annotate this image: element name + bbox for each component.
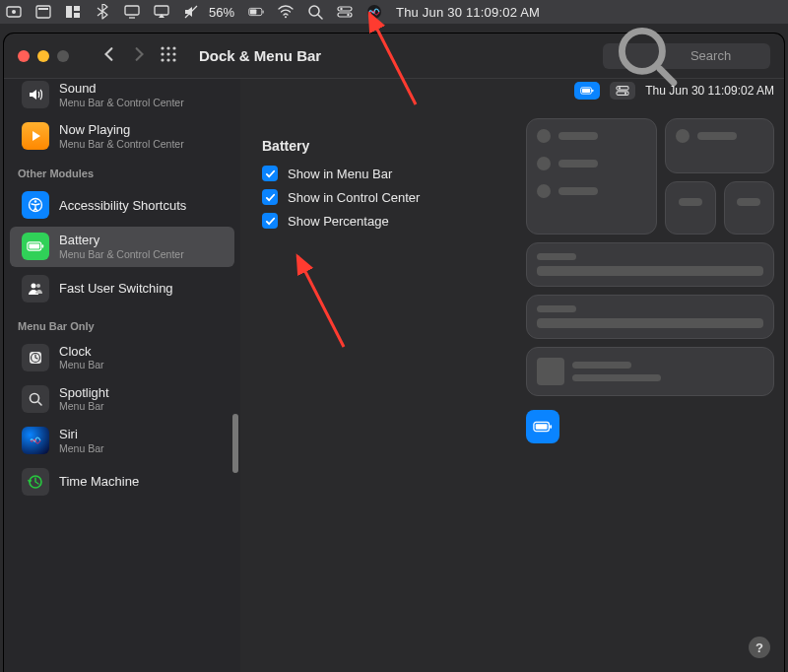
close-button[interactable] bbox=[18, 50, 30, 62]
forward-button[interactable] bbox=[132, 47, 146, 64]
sidebar-item-clock[interactable]: ClockMenu Bar bbox=[10, 338, 234, 377]
show-all-button[interactable] bbox=[160, 45, 177, 66]
window-toolbar: Dock & Menu Bar bbox=[4, 34, 784, 79]
minimize-button[interactable] bbox=[37, 50, 49, 62]
cc-tile bbox=[526, 347, 774, 396]
siri-icon[interactable] bbox=[366, 4, 382, 20]
checkbox-icon bbox=[262, 166, 278, 181]
svg-point-24 bbox=[172, 46, 175, 49]
content-pane: Thu Jun 30 11:09:02 AM Battery Show in M… bbox=[240, 79, 784, 672]
battery-badge-icon bbox=[526, 410, 559, 443]
control-center-preview bbox=[526, 118, 774, 443]
now-playing-icon bbox=[22, 122, 49, 150]
svg-rect-12 bbox=[250, 9, 257, 14]
menubar-clock[interactable]: Thu Jun 30 11:09:02 AM bbox=[396, 5, 540, 20]
menubar-preview: Thu Jun 30 11:09:02 AM bbox=[564, 79, 784, 104]
keyboard-input-icon[interactable] bbox=[6, 4, 22, 20]
preview-clock: Thu Jun 30 11:09:02 AM bbox=[645, 84, 774, 98]
back-button[interactable] bbox=[102, 47, 116, 64]
cc-tile bbox=[665, 118, 774, 173]
sidebar-item-accessibility[interactable]: Accessibility Shortcuts bbox=[10, 185, 234, 225]
svg-rect-9 bbox=[155, 6, 168, 15]
svg-rect-2 bbox=[36, 6, 50, 18]
accessibility-icon bbox=[22, 191, 49, 219]
cc-tile bbox=[724, 181, 775, 235]
spotlight-icon[interactable] bbox=[307, 4, 323, 20]
svg-point-1 bbox=[12, 10, 16, 14]
spotlight-sidebar-icon bbox=[22, 385, 49, 413]
svg-rect-7 bbox=[125, 6, 139, 15]
sidebar-section-other: Other Modules bbox=[4, 158, 240, 183]
rectangle-icon[interactable] bbox=[65, 4, 81, 20]
svg-point-42 bbox=[31, 393, 39, 402]
display-icon[interactable] bbox=[124, 4, 140, 20]
cc-tile bbox=[526, 242, 774, 287]
battery-sidebar-icon bbox=[22, 233, 49, 260]
window-controls bbox=[18, 50, 69, 62]
svg-rect-3 bbox=[38, 8, 48, 10]
svg-rect-54 bbox=[550, 425, 552, 429]
svg-point-38 bbox=[32, 283, 36, 288]
airplay-icon[interactable] bbox=[154, 4, 169, 20]
sidebar-item-battery[interactable]: BatteryMenu Bar & Control Center bbox=[10, 227, 234, 266]
sidebar-item-fast-user-switching[interactable]: Fast User Switching bbox=[10, 269, 234, 308]
svg-line-16 bbox=[318, 15, 322, 19]
bluetooth-icon[interactable] bbox=[95, 4, 110, 20]
window-title: Dock & Menu Bar bbox=[199, 47, 321, 64]
svg-rect-17 bbox=[338, 7, 352, 11]
svg-point-25 bbox=[161, 52, 164, 55]
svg-point-29 bbox=[166, 58, 169, 61]
sidebar-item-sound[interactable]: SoundMenu Bar & Control Center bbox=[10, 79, 234, 114]
svg-point-27 bbox=[172, 52, 175, 55]
svg-point-14 bbox=[285, 16, 287, 18]
checkbox-label: Show in Menu Bar bbox=[288, 167, 392, 181]
svg-point-51 bbox=[624, 93, 626, 95]
search-input[interactable] bbox=[689, 47, 762, 64]
zoom-button[interactable] bbox=[57, 50, 69, 62]
svg-rect-48 bbox=[617, 87, 628, 91]
system-preferences-window: Dock & Menu Bar SoundMenu Bar & Control … bbox=[4, 34, 784, 672]
checkbox-label: Show in Control Center bbox=[288, 190, 420, 205]
svg-rect-36 bbox=[29, 244, 39, 249]
svg-point-28 bbox=[161, 58, 164, 61]
preview-battery-chip bbox=[574, 82, 600, 100]
cc-tile bbox=[526, 118, 657, 235]
svg-point-39 bbox=[36, 284, 40, 288]
svg-rect-19 bbox=[338, 13, 352, 17]
sidebar-scrollbar[interactable] bbox=[232, 414, 238, 473]
time-machine-icon bbox=[22, 468, 49, 496]
help-button[interactable]: ? bbox=[749, 637, 770, 658]
svg-point-20 bbox=[347, 14, 349, 16]
svg-rect-53 bbox=[536, 424, 548, 429]
control-center-icon[interactable] bbox=[337, 4, 353, 20]
svg-rect-46 bbox=[582, 89, 590, 93]
svg-point-34 bbox=[34, 201, 37, 204]
volume-muted-icon[interactable] bbox=[183, 4, 199, 20]
checkbox-label: Show Percentage bbox=[288, 214, 389, 229]
sidebar-section-menubar-only: Menu Bar Only bbox=[4, 310, 240, 336]
svg-rect-50 bbox=[617, 92, 628, 96]
sidebar-item-now-playing[interactable]: Now PlayingMenu Bar & Control Center bbox=[10, 116, 234, 156]
svg-line-43 bbox=[38, 402, 41, 405]
svg-point-23 bbox=[166, 46, 169, 49]
svg-rect-13 bbox=[263, 11, 264, 14]
cc-tile bbox=[665, 181, 716, 235]
checkbox-icon bbox=[262, 189, 278, 205]
svg-point-30 bbox=[172, 58, 175, 61]
window-tile-icon[interactable] bbox=[35, 4, 51, 20]
sidebar-item-siri[interactable]: SiriMenu Bar bbox=[10, 421, 234, 460]
sound-icon bbox=[22, 81, 49, 108]
cc-tile bbox=[526, 295, 774, 339]
clock-icon bbox=[22, 344, 49, 371]
svg-point-22 bbox=[161, 46, 164, 49]
sidebar-item-spotlight[interactable]: SpotlightMenu Bar bbox=[10, 379, 234, 419]
sidebar: SoundMenu Bar & Control Center Now Playi… bbox=[4, 79, 240, 672]
wifi-icon[interactable] bbox=[278, 4, 294, 20]
svg-rect-6 bbox=[74, 13, 80, 18]
search-field-container[interactable] bbox=[603, 43, 770, 69]
svg-point-18 bbox=[340, 8, 342, 10]
svg-rect-5 bbox=[74, 6, 80, 11]
preview-control-center-chip bbox=[610, 82, 635, 100]
sidebar-item-time-machine[interactable]: Time Machine bbox=[10, 462, 234, 502]
battery-icon[interactable] bbox=[248, 4, 264, 20]
